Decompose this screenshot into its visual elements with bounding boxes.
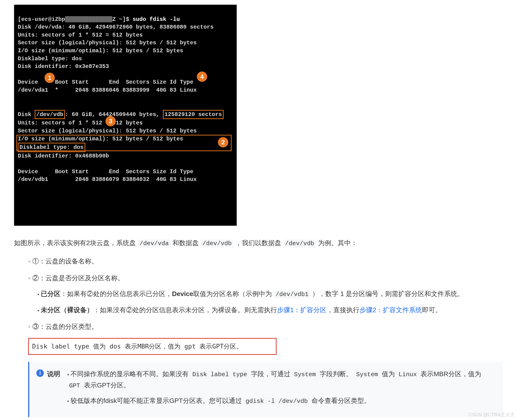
red-highlight-box: Disk label type 值为 dos 表示MBR分区，值为 gpt 表示… (28, 338, 277, 355)
code-dev-vdb-example: /dev/vdb (283, 240, 316, 248)
highlight-partition-row (16, 135, 232, 151)
list-item-2b: 未分区（裸设备）：如果没有②处的分区信息表示未分区，为裸设备。则无需执行步骤1：… (37, 304, 503, 316)
note-item-1: 不同操作系统的显示略有不同。如果没有 Disk label type 字段，可通… (67, 368, 496, 391)
code-dev-vda: /dev/vda (138, 240, 171, 248)
note-title: 说明 (47, 368, 60, 380)
list-item-2: ②：云盘是否分区及分区名称。 已分区：如果有②处的分区信息表示已分区，Devic… (28, 273, 503, 315)
code-dev-vdb1: /dev/vdb1 (274, 290, 310, 298)
terminal-screenshot: [ecs-user@iZbp██████████████Z ~]$ sudo f… (14, 5, 237, 226)
highlight-dev-vdb: /dev/vdb (35, 110, 65, 119)
badge-3: 3 (105, 116, 116, 126)
intro-paragraph: 如图所示，表示该实例有2块云盘，系统盘 /dev/vda 和数据盘 /dev/v… (14, 237, 503, 249)
info-icon: i (36, 369, 44, 377)
list-item-3: ③：云盘的分区类型。 (28, 321, 503, 332)
watermark: CSDN @CTRA王大大 (468, 411, 515, 419)
badge-2: 2 (218, 137, 228, 147)
link-step2[interactable]: 步骤2：扩容文件系统 (360, 306, 422, 314)
list-item-1: ①：云盘的设备名称。 (28, 256, 503, 267)
badge-1: 1 (45, 73, 55, 83)
link-step1[interactable]: 步骤1：扩容分区 (277, 306, 327, 314)
code-dev-vdb: /dev/vdb (201, 240, 234, 248)
note-box: i 说明 不同操作系统的显示略有不同。如果没有 Disk label type … (28, 362, 503, 417)
note-item-2: 较低版本的fdisk可能不能正常显示GPT分区表。您可以通过 gdisk -l … (67, 395, 496, 406)
badge-4: 4 (197, 71, 207, 82)
list-item-2a: 已分区：如果有②处的分区信息表示已分区，Device取值为分区名称（示例中为 /… (37, 288, 503, 300)
highlight-sectors: 125829120 sectors (163, 110, 224, 119)
